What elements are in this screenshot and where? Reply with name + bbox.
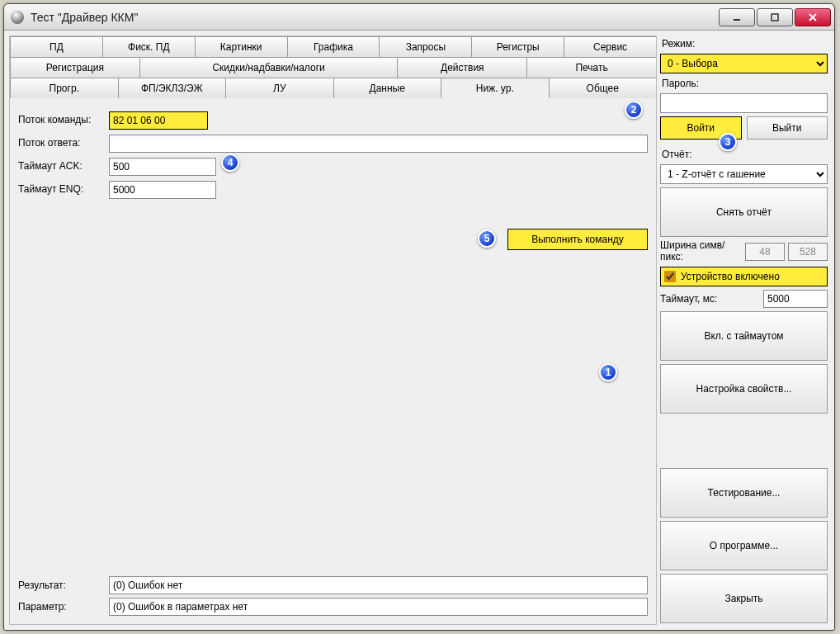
- cmd-stream-label: Поток команды:: [18, 111, 109, 127]
- main-panel: ПД Фиск. ПД Картинки Графика Запросы Рег…: [9, 35, 657, 625]
- tab-general[interactable]: Общее: [549, 78, 658, 98]
- callout-4: 4: [221, 154, 239, 172]
- maximize-button[interactable]: [757, 8, 793, 26]
- callout-3: 3: [719, 133, 737, 151]
- resp-stream-input[interactable]: [109, 135, 648, 153]
- tab-pd[interactable]: ПД: [10, 36, 103, 57]
- minimize-button[interactable]: [719, 8, 755, 26]
- close-button[interactable]: Закрыть: [660, 574, 828, 623]
- cmd-stream-input[interactable]: [109, 111, 208, 130]
- close-window-button[interactable]: [795, 8, 831, 26]
- mode-select[interactable]: 0 - Выбора: [660, 54, 828, 73]
- take-report-button[interactable]: Снять отчёт: [660, 187, 828, 237]
- callout-1: 1: [599, 363, 617, 381]
- device-on-checkbox-row[interactable]: Устройство включено: [660, 267, 828, 286]
- app-window: Тест "Драйвер ККМ" ПД Фиск. ПД Картинки …: [3, 3, 835, 631]
- ack-timeout-input[interactable]: [109, 158, 216, 176]
- tab-print[interactable]: Печать: [526, 57, 657, 78]
- device-on-label: Устройство включено: [681, 271, 780, 282]
- width-pixels-input[interactable]: [788, 243, 828, 261]
- tab-fp[interactable]: ФП/ЭКЛЗ/ЭЖ: [118, 78, 227, 98]
- param-label: Параметр:: [18, 601, 109, 613]
- device-on-checkbox[interactable]: [664, 271, 676, 282]
- result-label: Результат:: [18, 580, 109, 591]
- tab-progr[interactable]: Прогр.: [10, 78, 119, 98]
- logout-button[interactable]: Выйти: [747, 116, 828, 140]
- titlebar[interactable]: Тест "Драйвер ККМ": [4, 4, 834, 31]
- testing-button[interactable]: Тестирование...: [660, 468, 828, 518]
- right-panel: Режим: 0 - Выбора Пароль: Войти Выйти 3 …: [660, 35, 829, 625]
- ack-timeout-label: Таймаут ACK:: [18, 158, 109, 173]
- tab-registration[interactable]: Регистрация: [10, 57, 140, 78]
- tab-graphics[interactable]: Графика: [287, 36, 380, 57]
- tab-fisk-pd[interactable]: Фиск. ПД: [102, 36, 196, 57]
- tab-low-level[interactable]: Ниж. ур.: [441, 78, 550, 98]
- window-title: Тест "Драйвер ККМ": [31, 11, 719, 24]
- tab-service[interactable]: Сервис: [564, 36, 657, 57]
- timeout-input[interactable]: [763, 290, 828, 308]
- width-chars-input[interactable]: [745, 243, 785, 261]
- about-button[interactable]: О программе...: [660, 521, 828, 570]
- report-label: Отчёт:: [660, 148, 828, 161]
- tab-container: ПД Фиск. ПД Картинки Графика Запросы Рег…: [10, 36, 656, 98]
- report-select[interactable]: 1 - Z-отчёт с гашение: [660, 164, 828, 184]
- timeout-label: Таймаут, мс:: [660, 293, 758, 305]
- enq-timeout-label: Таймаут ENQ:: [18, 181, 109, 196]
- mode-label: Режим:: [660, 37, 828, 50]
- tab-data[interactable]: Данные: [333, 78, 442, 98]
- resp-stream-label: Поток ответа:: [18, 135, 109, 150]
- tab-pictures[interactable]: Картинки: [195, 36, 288, 57]
- tab-actions[interactable]: Действия: [397, 57, 527, 78]
- tab-lu[interactable]: ЛУ: [225, 78, 334, 98]
- password-input[interactable]: [660, 93, 828, 113]
- settings-button[interactable]: Настройка свойств...: [660, 364, 828, 414]
- execute-command-button[interactable]: Выполнить команду: [507, 229, 648, 250]
- result-input[interactable]: [109, 576, 648, 594]
- width-label: Ширина симв/пикс:: [660, 240, 742, 263]
- on-with-timeout-button[interactable]: Вкл. с таймаутом: [660, 311, 828, 361]
- callout-2: 2: [625, 101, 643, 119]
- app-icon: [11, 11, 24, 24]
- tab-registers[interactable]: Регистры: [471, 36, 564, 57]
- svg-rect-1: [772, 14, 778, 21]
- tab-discounts[interactable]: Скидки/надбавки/налоги: [139, 57, 399, 78]
- param-input[interactable]: [109, 598, 648, 616]
- callout-5: 5: [478, 229, 496, 248]
- enq-timeout-input[interactable]: [109, 181, 216, 199]
- password-label: Пароль:: [660, 77, 828, 90]
- tab-queries[interactable]: Запросы: [379, 36, 472, 57]
